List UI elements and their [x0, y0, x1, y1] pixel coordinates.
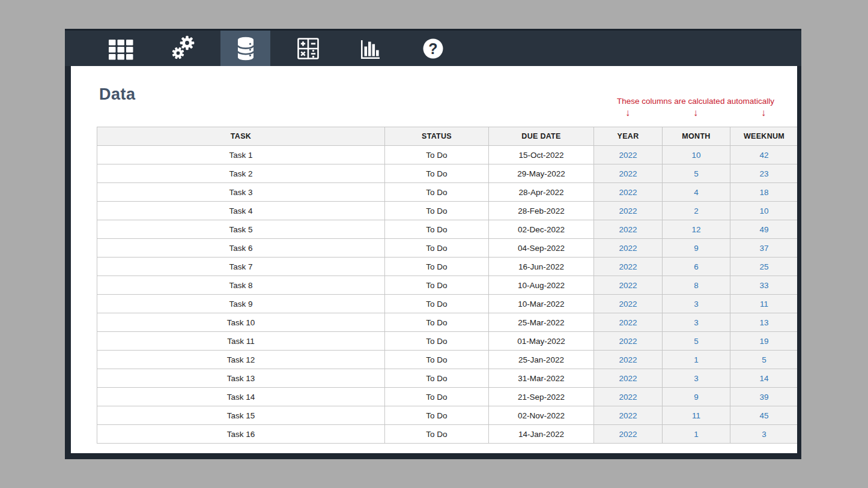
table-cell[interactable]: 10: [730, 202, 798, 220]
table-cell[interactable]: To Do: [385, 406, 489, 425]
table-cell[interactable]: 3: [663, 369, 730, 388]
table-cell[interactable]: To Do: [385, 369, 489, 388]
table-cell[interactable]: To Do: [385, 276, 489, 295]
table-cell[interactable]: 2022: [594, 313, 663, 332]
table-cell[interactable]: 37: [730, 239, 798, 258]
table-cell[interactable]: 2022: [594, 332, 663, 351]
table-cell[interactable]: 45: [730, 406, 798, 425]
table-cell[interactable]: 5: [663, 332, 730, 351]
table-cell[interactable]: 14: [730, 369, 798, 388]
table-cell[interactable]: 5: [663, 164, 730, 183]
table-cell[interactable]: To Do: [385, 425, 489, 444]
table-cell[interactable]: Task 12: [97, 351, 385, 369]
table-cell[interactable]: Task 6: [97, 239, 385, 258]
table-cell[interactable]: 2022: [594, 276, 663, 295]
table-cell[interactable]: 12: [663, 220, 730, 239]
table-cell[interactable]: Task 7: [97, 258, 385, 276]
table-cell[interactable]: 3: [663, 295, 730, 313]
table-cell[interactable]: 31-Mar-2022: [489, 369, 594, 388]
table-cell[interactable]: 6: [663, 258, 730, 276]
table-cell[interactable]: 18: [730, 183, 798, 202]
table-cell[interactable]: 2022: [594, 220, 663, 239]
table-cell[interactable]: 2022: [594, 295, 663, 313]
table-cell[interactable]: 10-Mar-2022: [489, 295, 594, 313]
table-cell[interactable]: 1: [663, 351, 730, 369]
table-cell[interactable]: 42: [730, 146, 798, 164]
tab-help[interactable]: ?: [408, 31, 458, 66]
table-cell[interactable]: 2022: [594, 425, 663, 444]
table-cell[interactable]: Task 9: [97, 295, 385, 313]
table-cell[interactable]: To Do: [385, 164, 489, 183]
table-cell[interactable]: 1: [663, 425, 730, 444]
table-cell[interactable]: 10: [663, 146, 730, 164]
table-cell[interactable]: 2022: [594, 239, 663, 258]
table-cell[interactable]: 11: [730, 295, 798, 313]
table-cell[interactable]: 4: [663, 183, 730, 202]
table-cell[interactable]: 14-Jan-2022: [489, 425, 594, 444]
table-cell[interactable]: 28-Feb-2022: [489, 202, 594, 220]
table-cell[interactable]: 33: [730, 276, 798, 295]
table-cell[interactable]: 2: [663, 202, 730, 220]
table-cell[interactable]: Task 4: [97, 202, 385, 220]
table-cell[interactable]: 19: [730, 332, 798, 351]
tab-charts[interactable]: [345, 31, 395, 66]
table-cell[interactable]: 2022: [594, 164, 663, 183]
table-cell[interactable]: Task 15: [97, 406, 385, 425]
table-cell[interactable]: 02-Dec-2022: [489, 220, 594, 239]
table-cell[interactable]: 13: [730, 313, 798, 332]
table-cell[interactable]: To Do: [385, 146, 489, 164]
table-cell[interactable]: To Do: [385, 295, 489, 313]
table-cell[interactable]: Task 1: [97, 146, 385, 164]
table-cell[interactable]: Task 5: [97, 220, 385, 239]
table-cell[interactable]: 2022: [594, 369, 663, 388]
table-cell[interactable]: To Do: [385, 183, 489, 202]
table-cell[interactable]: 49: [730, 220, 798, 239]
table-cell[interactable]: 2022: [594, 146, 663, 164]
table-cell[interactable]: 25-Jan-2022: [489, 351, 594, 369]
table-cell[interactable]: 3: [730, 425, 798, 444]
table-cell[interactable]: 02-Nov-2022: [489, 406, 594, 425]
table-cell[interactable]: 39: [730, 388, 798, 406]
table-cell[interactable]: 01-May-2022: [489, 332, 594, 351]
table-cell[interactable]: 21-Sep-2022: [489, 388, 594, 406]
table-cell[interactable]: To Do: [385, 351, 489, 369]
table-cell[interactable]: To Do: [385, 388, 489, 406]
table-cell[interactable]: 29-May-2022: [489, 164, 594, 183]
table-cell[interactable]: Task 13: [97, 369, 385, 388]
table-cell[interactable]: 2022: [594, 406, 663, 425]
table-cell[interactable]: 10-Aug-2022: [489, 276, 594, 295]
table-cell[interactable]: To Do: [385, 258, 489, 276]
table-cell[interactable]: 8: [663, 276, 730, 295]
table-cell[interactable]: 15-Oct-2022: [489, 146, 594, 164]
table-cell[interactable]: 5: [730, 351, 798, 369]
table-cell[interactable]: Task 8: [97, 276, 385, 295]
tab-data[interactable]: [220, 31, 270, 66]
table-cell[interactable]: To Do: [385, 220, 489, 239]
table-cell[interactable]: 2022: [594, 351, 663, 369]
table-cell[interactable]: 2022: [594, 183, 663, 202]
table-cell[interactable]: 9: [663, 388, 730, 406]
table-cell[interactable]: 3: [663, 313, 730, 332]
table-cell[interactable]: 16-Jun-2022: [489, 258, 594, 276]
table-cell[interactable]: To Do: [385, 332, 489, 351]
tab-apps[interactable]: [96, 31, 145, 66]
table-cell[interactable]: To Do: [385, 202, 489, 220]
table-cell[interactable]: 25-Mar-2022: [489, 313, 594, 332]
table-cell[interactable]: 2022: [594, 388, 663, 406]
table-cell[interactable]: 28-Apr-2022: [489, 183, 594, 202]
table-cell[interactable]: To Do: [385, 313, 489, 332]
table-cell[interactable]: Task 16: [97, 425, 385, 444]
table-cell[interactable]: 9: [663, 239, 730, 258]
table-cell[interactable]: 04-Sep-2022: [489, 239, 594, 258]
table-cell[interactable]: Task 14: [97, 388, 385, 406]
table-cell[interactable]: 2022: [594, 258, 663, 276]
table-cell[interactable]: Task 10: [97, 313, 385, 332]
table-cell[interactable]: To Do: [385, 239, 489, 258]
table-cell[interactable]: 11: [663, 406, 730, 425]
table-cell[interactable]: 23: [730, 164, 798, 183]
table-cell[interactable]: Task 2: [97, 164, 385, 183]
tab-calculator[interactable]: [283, 31, 333, 66]
table-cell[interactable]: 2022: [594, 202, 663, 220]
table-cell[interactable]: Task 11: [97, 332, 385, 351]
table-cell[interactable]: 25: [730, 258, 798, 276]
